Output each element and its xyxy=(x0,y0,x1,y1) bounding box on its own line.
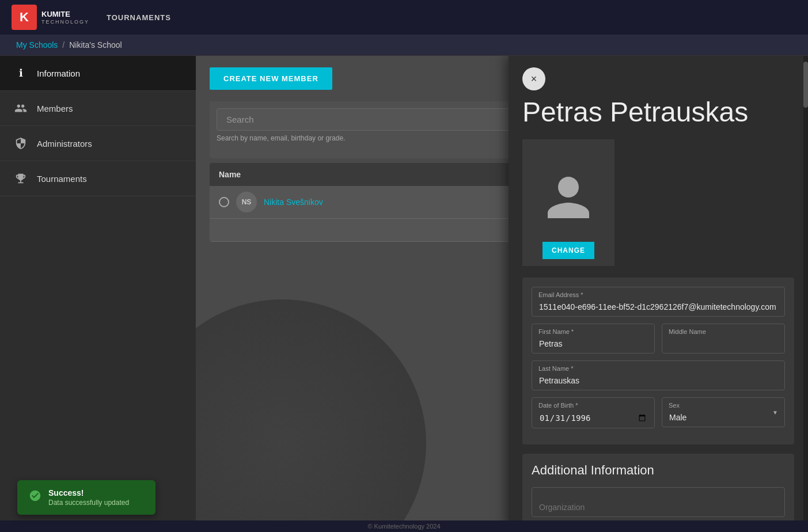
dob-field-group: Date of Birth * xyxy=(532,397,655,428)
toast-icon xyxy=(29,489,41,505)
create-new-member-button[interactable]: CREATE NEW MEMBER xyxy=(210,67,332,90)
info-icon: ℹ xyxy=(14,66,28,80)
footer: © Kumitetechnology 2024 xyxy=(0,520,808,532)
last-name-label: Last Name * xyxy=(538,365,574,372)
main-layout: ℹ Information Members Administrators Tou… xyxy=(0,56,808,530)
panel-full-name: Petras Petrauskas xyxy=(522,97,794,128)
bg-decoration xyxy=(196,299,426,530)
avatar-section: CHANGE xyxy=(522,139,614,266)
form-section-email: Email Address * First Name * Middle Name… xyxy=(522,278,794,444)
scrollbar-thumb[interactable] xyxy=(803,62,808,108)
dob-label: Date of Birth * xyxy=(538,402,578,409)
logo-icon: K xyxy=(12,5,37,30)
sidebar: ℹ Information Members Administrators Tou… xyxy=(0,56,196,530)
sex-select[interactable]: Male Female Other xyxy=(662,397,785,427)
admin-icon xyxy=(14,136,28,150)
breadcrumb-my-schools[interactable]: My Schools xyxy=(16,40,58,50)
email-label: Email Address * xyxy=(538,291,583,298)
sidebar-item-administrators[interactable]: Administrators xyxy=(0,126,196,161)
logo-text: KUMITE TECHNOLOGY xyxy=(41,10,89,25)
last-name-field-group: Last Name * xyxy=(532,360,785,390)
sidebar-label-tournaments: Tournaments xyxy=(37,174,87,184)
sex-select-wrapper: Male Female Other xyxy=(662,397,785,427)
sidebar-item-tournaments[interactable]: Tournaments xyxy=(0,161,196,196)
email-field-group: Email Address * xyxy=(532,287,785,317)
members-icon xyxy=(14,101,28,115)
middle-name-label: Middle Name xyxy=(669,328,706,335)
breadcrumb: My Schools / Nikita's School xyxy=(0,35,808,56)
additional-info-title: Additional Information xyxy=(532,463,785,478)
first-name-field-group: First Name * xyxy=(532,324,655,354)
organization-field-group xyxy=(532,487,785,517)
change-avatar-button[interactable]: CHANGE xyxy=(543,242,594,259)
sidebar-label-information: Information xyxy=(37,69,80,78)
middle-name-field-group: Middle Name xyxy=(662,324,785,360)
member-name[interactable]: Nikita Svešnikov xyxy=(264,197,323,207)
member-select-radio[interactable] xyxy=(219,197,229,207)
close-panel-button[interactable]: × xyxy=(522,67,545,90)
avatar-placeholder-icon xyxy=(543,172,594,231)
breadcrumb-current-school: Nikita's School xyxy=(69,40,122,50)
nav-tournaments[interactable]: TOURNAMENTS xyxy=(107,13,171,22)
content-area: CREATE NEW MEMBER Search by name, email,… xyxy=(196,56,808,530)
logo: K KUMITE TECHNOLOGY xyxy=(12,5,89,30)
scrollbar-track[interactable] xyxy=(803,56,808,530)
sidebar-label-administrators: Administrators xyxy=(37,139,92,149)
avatar: NS xyxy=(236,192,257,212)
success-toast: Success! Data successfully updated xyxy=(17,480,155,515)
toast-message: Data successfully updated xyxy=(48,499,129,507)
breadcrumb-separator: / xyxy=(62,40,65,50)
sidebar-item-members[interactable]: Members xyxy=(0,91,196,126)
additional-info-section: Additional Information xyxy=(522,454,794,526)
sex-field-group: Sex Male Female Other xyxy=(662,397,785,435)
sidebar-label-members: Members xyxy=(37,104,73,113)
name-row: First Name * Middle Name xyxy=(532,324,785,360)
right-panel: × Petras Petrauskas CHANGE Email Address… xyxy=(509,56,808,530)
sidebar-item-information[interactable]: ℹ Information xyxy=(0,56,196,91)
toast-title: Success! xyxy=(48,488,129,497)
top-nav: K KUMITE TECHNOLOGY TOURNAMENTS xyxy=(0,0,808,35)
dob-sex-row: Date of Birth * Sex Male Female Other xyxy=(532,397,785,435)
organization-input[interactable] xyxy=(532,487,785,517)
trophy-icon xyxy=(14,172,28,185)
first-name-label: First Name * xyxy=(538,328,574,335)
